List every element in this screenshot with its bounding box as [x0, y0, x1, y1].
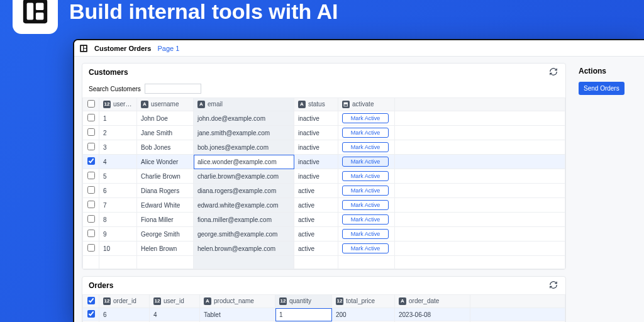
table-row[interactable]: 5Charlie Browncharlie.brown@example.comi…	[83, 169, 565, 184]
cell-username: George Smith	[137, 227, 194, 242]
cell-product-name: Tablet	[200, 308, 275, 321]
cell-email[interactable]: george.smith@example.com	[194, 227, 294, 242]
customers-panel: Customers Search Customers 12user_id Aus…	[82, 63, 566, 270]
cell-status: active	[294, 184, 338, 198]
table-row[interactable]: 4Alice Wonderalice.wonder@example.comina…	[83, 155, 565, 169]
number-type-icon: 12	[279, 297, 287, 305]
cell-email[interactable]: alice.wonder@example.com	[194, 155, 294, 169]
cell-order-id: 6	[99, 308, 150, 321]
cell-status: inactive	[294, 111, 338, 126]
row-checkbox[interactable]	[87, 143, 95, 150]
svg-rect-7	[84, 48, 86, 51]
refresh-icon[interactable]	[549, 280, 559, 291]
row-checkbox[interactable]	[87, 128, 95, 136]
action-type-icon: ⬒	[342, 101, 350, 108]
select-all-customers[interactable]	[87, 100, 95, 108]
svg-rect-1	[27, 3, 34, 20]
mark-active-button[interactable]: Mark Active	[342, 243, 389, 253]
row-checkbox[interactable]	[87, 172, 95, 179]
cell-username: Alice Wonder	[137, 155, 194, 169]
row-index: 2	[99, 126, 137, 140]
number-type-icon: 12	[336, 297, 343, 305]
hero-title: Build internal tools with AI	[69, 0, 338, 24]
cell-username: Bob Jones	[137, 140, 194, 155]
cell-email[interactable]: jane.smith@example.com	[194, 126, 294, 140]
mark-active-button[interactable]: Mark Active	[342, 113, 389, 123]
row-checkbox[interactable]	[87, 186, 95, 194]
cell-username: Jane Smith	[137, 126, 194, 140]
app-icon	[79, 44, 88, 53]
mark-active-button[interactable]: Mark Active	[342, 128, 389, 138]
refresh-icon[interactable]	[549, 67, 559, 77]
send-orders-button[interactable]: Send Orders	[579, 82, 625, 95]
table-row[interactable]: 1John Doejohn.doe@example.cominactiveMar…	[83, 111, 565, 126]
svg-rect-2	[36, 3, 43, 11]
row-checkbox[interactable]	[87, 201, 95, 208]
cell-quantity[interactable]: 1	[275, 308, 332, 321]
page-tab[interactable]: Page 1	[157, 45, 179, 52]
row-checkbox[interactable]	[87, 157, 95, 165]
table-row[interactable]: 9George Smithgeorge.smith@example.comact…	[83, 227, 565, 242]
orders-panel: Orders 12order_id 12user_id Aproduct_nam…	[82, 276, 566, 322]
mark-active-button[interactable]: Mark Active	[342, 200, 389, 210]
mark-active-button[interactable]: Mark Active	[342, 214, 389, 225]
number-type-icon: 12	[103, 101, 111, 108]
cell-username: John Doe	[137, 111, 194, 126]
svg-rect-3	[36, 13, 43, 20]
text-type-icon: A	[399, 297, 406, 305]
cell-email[interactable]: bob.jones@example.com	[194, 140, 294, 155]
cell-username: Charlie Brown	[137, 169, 194, 184]
cell-email[interactable]: john.doe@example.com	[194, 111, 294, 126]
cell-username: Fiona Miller	[137, 213, 194, 227]
mark-active-button[interactable]: Mark Active	[342, 171, 389, 181]
text-type-icon: A	[204, 297, 211, 305]
customers-table: 12user_id Ausername Aemail Astatus ⬒acti…	[82, 97, 565, 269]
cell-total-price: 200	[332, 308, 395, 321]
row-index: 5	[99, 169, 137, 184]
orders-heading: Orders	[89, 281, 113, 290]
mark-active-button[interactable]: Mark Active	[342, 142, 389, 152]
orders-table: 12order_id 12user_id Aproduct_name 12qua…	[82, 294, 565, 322]
cell-email[interactable]: helen.brown@example.com	[194, 242, 294, 256]
actions-heading: Actions	[574, 63, 636, 79]
app-logo	[13, 0, 58, 34]
cell-status: active	[294, 227, 338, 242]
cell-email[interactable]: charlie.brown@example.com	[194, 169, 294, 184]
cell-user-id: 4	[150, 308, 200, 321]
table-row[interactable]: 7Edward Whiteedward.white@example.comact…	[83, 198, 565, 213]
search-customers-input[interactable]	[145, 84, 201, 94]
cell-username: Edward White	[137, 198, 194, 213]
cell-status: inactive	[294, 126, 338, 140]
mark-active-button[interactable]: Mark Active	[342, 186, 389, 196]
number-type-icon: 12	[103, 297, 111, 305]
row-index: 3	[99, 140, 137, 155]
cell-email[interactable]: fiona.miller@example.com	[194, 213, 294, 227]
search-label: Search Customers	[89, 86, 141, 92]
row-checkbox[interactable]	[87, 215, 95, 223]
mark-active-button[interactable]: Mark Active	[342, 157, 389, 167]
row-checkbox[interactable]	[87, 114, 95, 121]
cell-status: active	[294, 242, 338, 256]
table-row[interactable]: 8Fiona Millerfiona.miller@example.comact…	[83, 213, 565, 227]
app-screenshot: Customer Orders Page 1 Customers Search …	[73, 39, 644, 322]
table-row[interactable]: 10Helen Brownhelen.brown@example.comacti…	[83, 242, 565, 256]
cell-email[interactable]: diana.rogers@example.com	[194, 184, 294, 198]
actions-panel: Actions Send Orders	[574, 63, 636, 97]
row-checkbox[interactable]	[87, 244, 95, 252]
text-type-icon: A	[298, 101, 306, 108]
row-checkbox[interactable]	[87, 230, 95, 237]
row-checkbox[interactable]	[87, 310, 95, 318]
cell-email[interactable]: edward.white@example.com	[194, 198, 294, 213]
table-row[interactable]: 2Jane Smithjane.smith@example.cominactiv…	[83, 126, 565, 140]
select-all-orders[interactable]	[87, 297, 95, 304]
text-type-icon: A	[141, 101, 148, 108]
mark-active-button[interactable]: Mark Active	[342, 229, 389, 239]
svg-rect-0	[23, 0, 47, 23]
text-type-icon: A	[197, 101, 205, 108]
table-row[interactable]: 6Diana Rogersdiana.rogers@example.comact…	[83, 184, 565, 198]
cell-status: active	[294, 198, 338, 213]
table-row[interactable]: 3Bob Jonesbob.jones@example.cominactiveM…	[83, 140, 565, 155]
row-index: 10	[99, 242, 137, 256]
table-row[interactable]: 64Tablet12002023-06-08	[83, 308, 565, 321]
row-index: 7	[99, 198, 137, 213]
